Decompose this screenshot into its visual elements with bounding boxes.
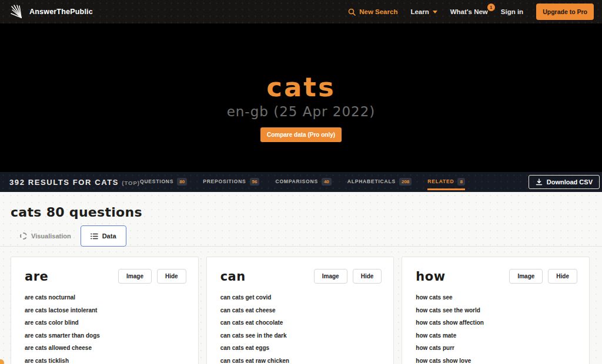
question-list: can cats get covid can cats eat cheese c… <box>220 294 382 364</box>
results-count-title: 392 RESULTS FOR CATS (TOP) <box>9 178 140 187</box>
question-item[interactable]: can cats get covid <box>220 294 382 307</box>
learn-menu[interactable]: Learn <box>410 8 437 15</box>
navbar-menu: New Search Learn What's New 1 Sign in Up… <box>348 4 594 20</box>
question-item[interactable]: are cats lactose intolerant <box>25 307 186 320</box>
question-item[interactable]: are cats allowed cheese <box>25 345 186 358</box>
tab-count-badge: 208 <box>399 178 412 186</box>
hide-button[interactable]: Hide <box>548 269 577 284</box>
question-card-can: can Image Hide can cats get covid can ca… <box>206 257 394 364</box>
question-item[interactable]: can cats see in the dark <box>220 332 382 345</box>
tab-questions[interactable]: QUESTIONS 80 <box>140 174 187 190</box>
tab-alphabeticals[interactable]: ALPHABETICALS 208 <box>347 174 412 190</box>
question-card-how: how Image Hide how cats see how cats see… <box>402 257 590 364</box>
question-item[interactable]: are cats ticklish <box>25 358 186 364</box>
question-item[interactable]: how cats mate <box>416 332 577 345</box>
tab-related[interactable]: RELATED 8 <box>427 174 465 190</box>
search-meta: en-gb (25 Apr 2022) <box>227 104 376 119</box>
hide-button[interactable]: Hide <box>353 269 382 284</box>
section-heading: cats 80 questions <box>0 192 602 225</box>
question-card-are: are Image Hide are cats nocturnal are ca… <box>11 257 199 364</box>
question-item[interactable]: how cats show love <box>416 358 577 364</box>
results-scope-label: (TOP) <box>122 180 140 186</box>
question-item[interactable]: how cats purr <box>416 345 577 358</box>
new-search-link[interactable]: New Search <box>348 8 397 16</box>
tab-count-badge: 40 <box>322 178 332 186</box>
tab-prepositions[interactable]: PREPOSITIONS 56 <box>203 174 259 190</box>
search-icon <box>348 8 356 16</box>
image-button[interactable]: Image <box>118 269 152 284</box>
list-icon <box>91 233 98 240</box>
question-item[interactable]: can cats eat eggs <box>220 345 382 358</box>
notification-badge: 1 <box>487 4 495 11</box>
view-switcher: Visualisation Data <box>0 225 602 247</box>
answerthepublic-logo-icon <box>9 4 25 19</box>
upgrade-to-pro-button[interactable]: Upgrade to Pro <box>536 4 594 20</box>
card-title: can <box>220 269 246 284</box>
hide-button[interactable]: Hide <box>157 269 186 284</box>
question-item[interactable]: how cats see the world <box>416 307 577 320</box>
search-query-title: cats <box>266 74 335 100</box>
question-list: are cats nocturnal are cats lactose into… <box>25 294 186 364</box>
question-list: how cats see how cats see the world how … <box>416 294 577 364</box>
visualisation-wheel-icon <box>20 232 27 240</box>
tab-count-badge: 8 <box>457 178 464 186</box>
tab-comparisons[interactable]: COMPARISONS 40 <box>275 174 331 190</box>
question-item[interactable]: how cats show affection <box>416 319 577 332</box>
card-title: how <box>416 269 445 284</box>
question-item[interactable]: are cats nocturnal <box>25 294 186 307</box>
image-button[interactable]: Image <box>509 269 543 284</box>
hero-section: cats en-gb (25 Apr 2022) Compare data (P… <box>0 23 602 172</box>
sign-in-link[interactable]: Sign in <box>501 8 523 15</box>
tab-count-badge: 56 <box>250 178 260 186</box>
results-tabs: QUESTIONS 80 PREPOSITIONS 56 COMPARISONS… <box>140 174 465 190</box>
card-title: are <box>25 269 48 284</box>
download-csv-button[interactable]: Download CSV <box>529 175 600 189</box>
chevron-down-icon <box>433 11 437 14</box>
download-icon <box>536 178 543 186</box>
tab-visualisation[interactable]: Visualisation <box>11 225 81 246</box>
top-navbar: AnswerThePublic New Search Learn What's … <box>0 0 602 23</box>
compare-data-button[interactable]: Compare data (Pro only) <box>260 127 342 142</box>
question-item[interactable]: are cats smarter than dogs <box>25 332 186 345</box>
question-item[interactable]: can cats eat cheese <box>220 307 382 320</box>
tab-count-badge: 80 <box>177 178 187 186</box>
question-item[interactable]: can cats eat raw chicken <box>220 358 382 364</box>
image-button[interactable]: Image <box>314 269 347 284</box>
brand-logo[interactable]: AnswerThePublic <box>9 4 93 19</box>
brand-name: AnswerThePublic <box>29 8 93 16</box>
whats-new-link[interactable]: What's New 1 <box>450 8 488 15</box>
results-bar: 392 RESULTS FOR CATS (TOP) QUESTIONS 80 … <box>0 172 602 192</box>
question-item[interactable]: how cats see <box>416 294 577 307</box>
main-content: cats 80 questions Visualisation Data are… <box>0 192 602 364</box>
question-item[interactable]: can cats eat chocolate <box>220 319 382 332</box>
question-item[interactable]: are cats color blind <box>25 319 186 332</box>
tab-data[interactable]: Data <box>81 225 126 247</box>
question-columns: are Image Hide are cats nocturnal are ca… <box>0 247 602 364</box>
